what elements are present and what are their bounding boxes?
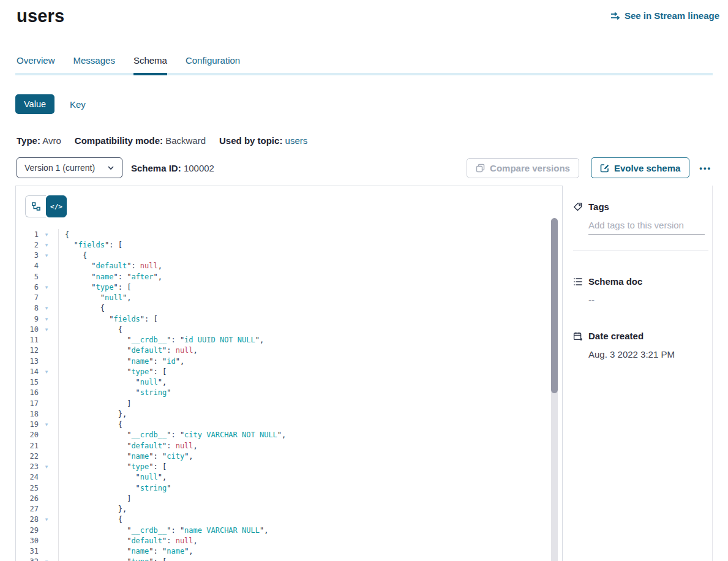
line-number: 30 (16, 537, 39, 545)
schema-doc-section: Schema doc -- (573, 276, 712, 305)
compare-versions-button[interactable]: Compare versions (467, 158, 579, 178)
code-line: "null", (65, 293, 562, 303)
fold-arrow-icon[interactable]: ▾ (42, 316, 51, 322)
page-header: users See in Stream lineage (0, 0, 728, 26)
gutter-line: 26 (16, 493, 58, 503)
version-select-value: Version 1 (current) (24, 163, 95, 173)
tag-icon (573, 202, 583, 212)
line-number: 18 (16, 410, 39, 418)
code-line: "__crdb__": "id UUID NOT NULL", (65, 335, 562, 345)
gutter-line: 28▾ (16, 514, 58, 525)
line-number: 20 (16, 431, 39, 439)
fold-arrow-icon[interactable]: ▾ (42, 421, 51, 427)
schema-doc-value: -- (588, 295, 712, 305)
fold-arrow-icon[interactable]: ▾ (42, 305, 51, 311)
line-number: 8 (16, 304, 39, 312)
schema-id-label: Schema ID: (131, 163, 181, 173)
fold-arrow-icon[interactable]: ▾ (42, 464, 51, 470)
code-line: { (65, 420, 562, 430)
code-line: "default": null, (65, 440, 562, 451)
meta-compat-value: Backward (165, 135, 206, 146)
line-number: 9 (16, 315, 39, 323)
gutter-line: 16 (16, 388, 58, 398)
gutter-line: 12 (16, 345, 58, 356)
code-line: "name": "city", (65, 451, 562, 461)
value-toggle-button[interactable]: Value (15, 94, 54, 114)
code-line: }, (65, 504, 562, 514)
stream-lineage-link[interactable]: See in Stream lineage (610, 10, 719, 21)
code-line: { (65, 303, 562, 314)
gutter-line: 23▾ (16, 462, 58, 472)
line-number: 5 (16, 273, 39, 281)
fold-arrow-icon[interactable]: ▾ (42, 232, 51, 238)
line-number: 12 (16, 346, 39, 355)
more-actions-button[interactable]: ••• (698, 161, 713, 175)
schema-id: Schema ID: 100002 (131, 163, 214, 173)
gutter-line: 3▾ (16, 250, 58, 261)
key-toggle-button[interactable]: Key (70, 99, 86, 110)
gutter-line: 10▾ (16, 324, 58, 334)
gutter-line: 2▾ (16, 239, 58, 250)
value-key-toggle: Value Key (15, 94, 728, 114)
code-line: "type": [ (65, 282, 562, 292)
gutter-line: 13 (16, 356, 58, 366)
evolve-schema-label: Evolve schema (614, 163, 680, 173)
code-line: "fields": [ (65, 314, 562, 324)
meta-type-value: Avro (42, 135, 61, 146)
gutter-line: 1▾ (16, 229, 58, 239)
gutter-line: 27 (16, 504, 58, 514)
gutter-line: 4 (16, 261, 58, 271)
tab-schema[interactable]: Schema (133, 55, 167, 75)
gutter-line: 20 (16, 430, 58, 440)
fold-arrow-icon[interactable]: ▾ (42, 516, 51, 522)
main-content: </> 1▾2▾3▾456▾78▾9▾10▾11121314▾151617181… (15, 186, 713, 561)
calendar-icon (573, 331, 583, 341)
tab-overview[interactable]: Overview (17, 55, 55, 75)
schema-editor-panel[interactable]: </> 1▾2▾3▾456▾78▾9▾10▾11121314▾151617181… (15, 186, 563, 561)
chevron-down-icon (107, 164, 114, 171)
fold-arrow-icon[interactable]: ▾ (42, 369, 51, 375)
fold-arrow-icon[interactable]: ▾ (42, 242, 51, 248)
line-number: 26 (16, 494, 39, 503)
gutter-line: 29 (16, 525, 58, 535)
version-select[interactable]: Version 1 (current) (17, 157, 122, 178)
code-line: "default": null, (65, 535, 562, 546)
code-line: "name": "name", (65, 546, 562, 557)
schema-id-value: 100002 (184, 163, 214, 173)
stream-lineage-icon (610, 12, 620, 20)
editor-scrollbar-track[interactable] (551, 218, 558, 561)
line-number: 24 (16, 473, 39, 481)
meta-topic-link[interactable]: users (285, 135, 308, 146)
meta-type-label: Type: (17, 135, 40, 146)
tab-configuration[interactable]: Configuration (186, 55, 240, 75)
fold-arrow-icon[interactable]: ▾ (42, 252, 51, 258)
gutter-line: 25 (16, 483, 58, 493)
tab-messages[interactable]: Messages (73, 55, 115, 75)
fold-arrow-icon[interactable]: ▾ (42, 326, 51, 333)
fold-arrow-icon[interactable]: ▾ (42, 559, 51, 561)
fold-arrow-icon[interactable]: ▾ (42, 284, 51, 290)
date-created-value: Aug. 3 2022 3:21 PM (588, 349, 712, 360)
line-number: 25 (16, 484, 39, 492)
code-line: "type": [ (65, 462, 562, 472)
list-icon (573, 277, 583, 287)
gutter-line: 9▾ (16, 314, 58, 324)
editor-scrollbar-thumb[interactable] (551, 218, 558, 393)
stream-lineage-label: See in Stream lineage (625, 10, 719, 21)
code-line: "string" (65, 483, 562, 493)
line-number: 7 (16, 293, 39, 302)
meta-topic-label: Used by topic: (219, 135, 282, 146)
sidebar-divider (573, 250, 708, 250)
tree-view-button[interactable] (25, 195, 46, 217)
line-number: 22 (16, 452, 39, 461)
tree-view-icon (31, 201, 41, 211)
code-line: { (65, 229, 562, 239)
code-editor[interactable]: 1▾2▾3▾456▾78▾9▾10▾11121314▾1516171819▾20… (16, 229, 562, 561)
schema-controls: Version 1 (current) Schema ID: 100002 Co… (17, 157, 713, 178)
tags-input[interactable] (588, 220, 705, 235)
gutter-line: 11 (16, 335, 58, 345)
code-line: "type": [ (65, 557, 562, 561)
schema-doc-title: Schema doc (588, 276, 642, 287)
evolve-schema-button[interactable]: Evolve schema (591, 157, 689, 178)
code-view-button[interactable]: </> (46, 195, 67, 217)
